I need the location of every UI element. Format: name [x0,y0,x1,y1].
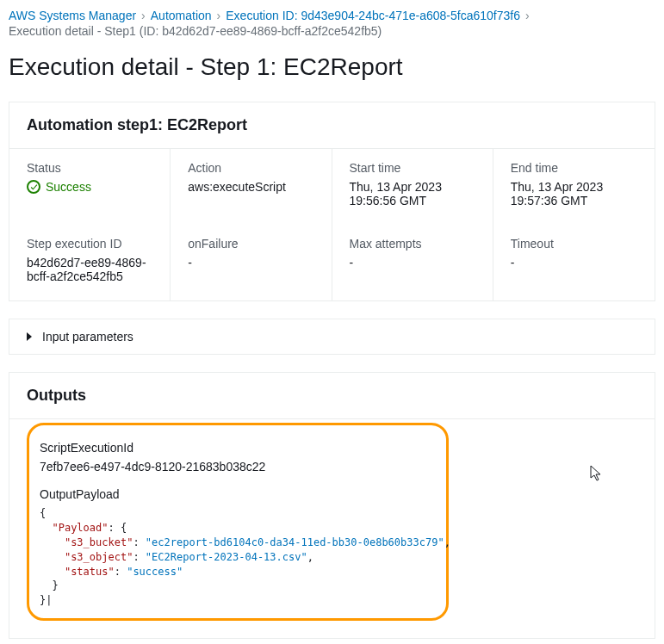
start-time-label: Start time [350,161,475,175]
breadcrumb-current: Execution detail - Step1 (ID: b42d62d7-e… [9,24,655,38]
onfailure-cell: onFailure - [171,225,332,300]
onfailure-value: - [188,256,313,269]
maxattempts-label: Max attempts [350,237,475,251]
timeout-cell: Timeout - [493,225,655,300]
action-value: aws:executeScript [188,180,313,194]
outputs-highlight: ScriptExecutionId 7efb7ee6-e497-4dc9-812… [27,423,449,621]
timeout-value: - [511,256,637,269]
output-payload-json: { "Payload": { "s3_bucket": "ec2report-b… [40,506,429,608]
script-exec-id-value: 7efb7ee6-e497-4dc9-8120-21683b038c22 [40,460,429,474]
action-cell: Action aws:executeScript [171,149,332,225]
step-id-value: b42d62d7-ee89-4869-bcff-a2f2ce542fb5 [27,256,152,283]
end-time-cell: End time Thu, 13 Apr 2023 19:57:36 GMT [493,149,655,225]
step-detail-panel: Automation step1: EC2Report Status Succe… [9,102,655,301]
step-id-cell: Step execution ID b42d62d7-ee89-4869-bcf… [9,225,171,300]
caret-right-icon [27,332,32,341]
end-time-value: Thu, 13 Apr 2023 19:57:36 GMT [511,180,637,207]
maxattempts-value: - [350,256,475,269]
chevron-right-icon: › [525,9,530,22]
status-value: Success [27,180,152,194]
breadcrumb-link-systems-manager[interactable]: AWS Systems Manager [9,9,136,22]
chevron-right-icon: › [217,9,221,22]
status-cell: Status Success [9,149,171,225]
status-label: Status [27,161,152,175]
page-title: Execution detail - Step 1: EC2Report [9,52,655,83]
input-parameters-title: Input parameters [42,330,133,344]
status-text: Success [46,180,91,194]
start-time-value: Thu, 13 Apr 2023 19:56:56 GMT [350,180,475,207]
breadcrumb-link-automation[interactable]: Automation [151,9,212,22]
input-parameters-expander[interactable]: Input parameters [9,319,655,355]
chevron-right-icon: › [141,9,146,22]
breadcrumb: AWS Systems Manager › Automation › Execu… [9,9,655,22]
success-check-icon [27,180,40,194]
output-payload-label: OutputPayload [40,487,429,501]
outputs-title: Outputs [9,373,655,419]
end-time-label: End time [511,161,637,175]
maxattempts-cell: Max attempts - [332,225,493,300]
breadcrumb-link-execution-id[interactable]: Execution ID: 9d43e904-24bc-471e-a608-5f… [226,9,520,22]
timeout-label: Timeout [511,237,637,251]
onfailure-label: onFailure [188,237,313,251]
step-panel-title: Automation step1: EC2Report [9,102,655,149]
script-exec-id-label: ScriptExecutionId [40,441,429,455]
step-id-label: Step execution ID [27,237,152,251]
outputs-panel: Outputs ScriptExecutionId 7efb7ee6-e497-… [9,372,655,639]
start-time-cell: Start time Thu, 13 Apr 2023 19:56:56 GMT [332,149,493,225]
action-label: Action [188,161,313,175]
